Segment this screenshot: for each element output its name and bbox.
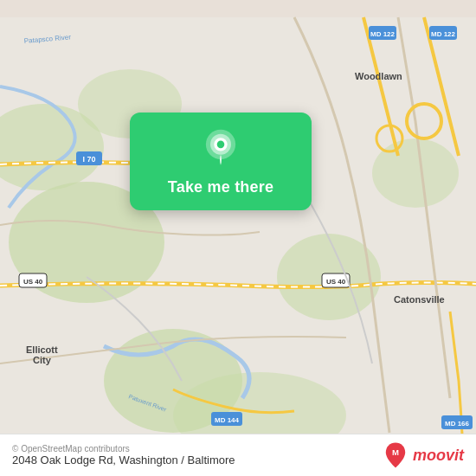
svg-text:City: City	[33, 355, 52, 365]
svg-text:Ellicott: Ellicott	[26, 344, 58, 355]
svg-text:MD 122: MD 122	[431, 30, 456, 38]
svg-text:Woodlawn: Woodlawn	[355, 71, 402, 81]
svg-text:Catonsville: Catonsville	[394, 294, 445, 305]
take-me-there-button[interactable]: Take me there	[168, 178, 273, 196]
address-text: 2048 Oak Lodge Rd, Washington / Baltimor…	[12, 453, 235, 466]
svg-text:US 40: US 40	[326, 278, 346, 286]
osm-credit: © OpenStreetMap contributors	[12, 444, 235, 453]
svg-text:I 70: I 70	[82, 155, 95, 164]
moovit-logo: M moovit	[382, 441, 464, 469]
svg-text:MD 166: MD 166	[445, 420, 470, 428]
moovit-brand-label: moovit	[413, 447, 464, 465]
svg-text:US 40: US 40	[23, 278, 43, 286]
svg-text:MD 122: MD 122	[370, 30, 396, 38]
location-card[interactable]: Take me there	[130, 113, 312, 210]
svg-text:M: M	[392, 447, 399, 457]
bottom-bar: © OpenStreetMap contributors 2048 Oak Lo…	[0, 434, 476, 476]
bottom-info: © OpenStreetMap contributors 2048 Oak Lo…	[12, 444, 235, 466]
svg-point-4	[372, 138, 459, 208]
map-background: I 70 US 40 US 40 MD 122 MD 122 MD 144 MD…	[0, 0, 476, 476]
moovit-brand-icon: M	[382, 441, 409, 469]
svg-text:MD 144: MD 144	[215, 416, 240, 424]
svg-point-33	[217, 141, 225, 149]
pin-icon	[200, 128, 241, 170]
map-container: I 70 US 40 US 40 MD 122 MD 122 MD 144 MD…	[0, 0, 476, 476]
